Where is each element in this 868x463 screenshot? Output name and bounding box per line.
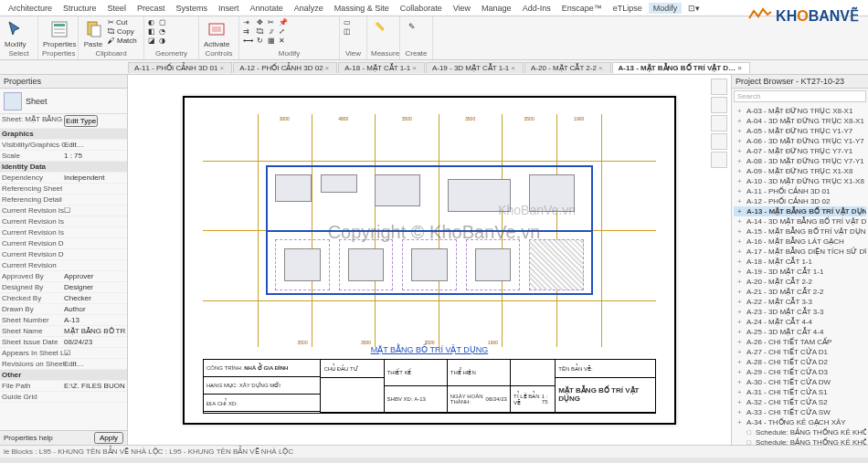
tree-item[interactable]: A-10 - 3D MẶT ĐỨNG TRỤC X1-X8 — [734, 176, 866, 186]
mirror-button[interactable]: ⟷ — [243, 37, 253, 45]
props-help[interactable]: Properties help — [4, 434, 53, 442]
props-row[interactable]: Designed ByDesigner — [0, 282, 127, 293]
tab-extra-icon[interactable]: ⊡▾ — [683, 3, 704, 14]
props-row[interactable]: Revisions on SheetEdit… — [0, 359, 127, 370]
tree-item[interactable]: A-21 - 3D MẶT CẮT 2-2 — [734, 287, 866, 297]
tab-architecture[interactable]: Architecture — [4, 3, 57, 14]
tree-item[interactable]: A-14 - 3D MẶT BẰNG BỐ TRÍ VẬT DỤNG — [734, 216, 866, 226]
delete-button[interactable]: ✕ — [279, 37, 288, 45]
tree-schedule[interactable]: Schedule: BẢNG THỐNG KÊ KHỐI LƯỢNG — [734, 427, 866, 437]
geom-tool-2[interactable]: ◔ — [159, 27, 166, 36]
props-row[interactable]: Visibility/Graphics Overrid…Edit… — [0, 140, 127, 151]
tree-item[interactable]: A-31 - CHI TIẾT CỬA S1 — [734, 387, 866, 397]
trim-button[interactable]: ✂ — [268, 18, 275, 26]
tree-item[interactable]: A-32 - CHI TIẾT CỬA S2 — [734, 397, 866, 407]
close-tab-icon[interactable]: × — [217, 64, 226, 72]
tree-item[interactable]: A-12 - PHỐI CẢNH 3D 02 — [734, 196, 866, 206]
tab-annotate[interactable]: Annotate — [246, 3, 288, 14]
tab-enscape[interactable]: Enscape™ — [557, 3, 607, 14]
tree-item[interactable]: A-06 - 3D MẶT ĐỨNG TRỤC Y1-Y7 — [734, 136, 866, 146]
tree-item[interactable]: A-13 - MẶT BẰNG BỐ TRÍ VẬT DỤNG — [734, 206, 866, 216]
tree-item[interactable]: A-18 - MẶT CẮT 1-1 — [734, 257, 866, 267]
geom-tool-1[interactable]: ▢ — [159, 18, 166, 26]
tab-massing[interactable]: Massing & Site — [330, 3, 394, 14]
tab-view[interactable]: View — [449, 3, 475, 14]
props-row[interactable]: Current Revision Descripti… — [0, 249, 127, 260]
align-button[interactable]: ⇥ — [243, 18, 253, 26]
tree-item[interactable]: A-26 - CHI TIẾT TAM CẤP — [734, 337, 866, 347]
paste-button[interactable]: Paste — [82, 18, 104, 49]
array-button[interactable]: ▦ — [268, 37, 275, 45]
tree-item[interactable]: A-25 - 3D MẶT CẮT 4-4 — [734, 327, 866, 337]
create-button[interactable]: ✎ — [404, 18, 420, 35]
tab-steel[interactable]: Steel — [103, 3, 132, 14]
cut-button[interactable]: ✂Cut — [108, 18, 137, 26]
props-row[interactable]: Current Revision Issued By — [0, 216, 127, 227]
cope-button[interactable]: ◐ — [148, 18, 155, 26]
props-row[interactable]: DependencyIndependent — [0, 173, 127, 184]
tree-item[interactable]: A-19 - 3D MẶT CẮT 1-1 — [734, 267, 866, 277]
tree-item[interactable]: A-24 - MẶT CẮT 4-4 — [734, 317, 866, 327]
view-tab-a12[interactable]: A-12 - PHỐI CẢNH 3D 02× — [233, 62, 337, 73]
tab-structure[interactable]: Structure — [58, 3, 101, 14]
props-row[interactable]: Sheet NameMẶT BẰNG BỐ TRÍ VẬT DỤ… — [0, 326, 127, 337]
nav-home-icon[interactable] — [711, 79, 727, 95]
props-row[interactable]: Appears In Sheet List☑ — [0, 348, 127, 359]
modify-button[interactable]: Modify — [4, 18, 27, 49]
tab-modify[interactable]: Modify — [649, 3, 683, 14]
type-selector[interactable]: Sheet — [0, 89, 127, 114]
edit-type-button[interactable]: Edit Type — [64, 115, 98, 127]
tab-precast[interactable]: Precast — [132, 3, 170, 14]
tree-item[interactable]: A-08 - 3D MẶT ĐỨNG TRỤC Y7-Y1 — [734, 156, 866, 166]
close-tab-icon[interactable]: × — [410, 64, 418, 72]
view-tab-a18[interactable]: A-18 - MẶT CẮT 1-1× — [338, 62, 425, 73]
offset-button[interactable]: ⇉ — [243, 27, 253, 36]
tree-item[interactable]: A-22 - MẶT CẮT 3-3 — [734, 297, 866, 307]
tree-item[interactable]: A-05 - MẶT ĐỨNG TRỤC Y1-Y7 — [734, 126, 866, 136]
tree-item[interactable]: A-03 - MẶT ĐỨNG TRỤC X8-X1 — [734, 106, 866, 116]
tree-item[interactable]: A-27 - CHI TIẾT CỬA D1 — [734, 347, 866, 357]
join-button[interactable]: ◪ — [148, 37, 155, 45]
tree-item[interactable]: A-11 - PHỐI CẢNH 3D 01 — [734, 186, 866, 196]
props-row[interactable]: File PathE:\Z. FILES BUON BAN\NH… — [0, 381, 127, 392]
view-tab-a20[interactable]: A-20 - MẶT CẮT 2-2× — [524, 62, 611, 73]
apply-button[interactable]: Apply — [94, 432, 123, 444]
copy-m-button[interactable]: ⿻ — [257, 27, 264, 36]
props-row[interactable]: Guide Grid — [0, 392, 127, 403]
props-row[interactable]: Referencing Detail — [0, 195, 127, 205]
activate-button[interactable]: Activate — [203, 18, 230, 49]
tree-item[interactable]: A-04 - 3D MẶT ĐỨNG TRỤC X8-X1 — [734, 116, 866, 126]
copy-button[interactable]: ⿻Copy — [108, 27, 137, 36]
props-row[interactable]: Drawn ByAuthor — [0, 304, 127, 315]
tab-manage[interactable]: Manage — [477, 3, 516, 14]
tree-item[interactable]: A-30 - CHI TIẾT CỬA DW — [734, 377, 866, 387]
tree-item[interactable]: A-28 - CHI TIẾT CỬA D2 — [734, 357, 866, 367]
props-row[interactable]: Scale1 : 75 — [0, 151, 127, 162]
props-row[interactable]: Approved ByApprover — [0, 271, 127, 282]
tree-item[interactable]: A-23 - 3D MẶT CẮT 3-3 — [734, 307, 866, 317]
properties-button[interactable]: Properties — [42, 18, 77, 49]
view-tool-2[interactable]: ◫ — [344, 27, 351, 36]
geom-tool-3[interactable]: ◑ — [159, 37, 166, 45]
tab-etlipse[interactable]: eTLipse — [609, 3, 647, 14]
tree-item[interactable]: A-15 - MẶT BẰNG BỐ TRÍ VẬT DỤNG — [734, 226, 866, 237]
cut-geom-button[interactable]: ◧ — [148, 27, 155, 36]
nav-pan-icon[interactable] — [711, 133, 727, 150]
tree-item[interactable]: A-33 - CHI TIẾT CỬA SW — [734, 407, 866, 417]
view-tool-1[interactable]: ▭ — [344, 18, 351, 26]
nav-zoom-icon[interactable] — [711, 152, 727, 168]
measure-button[interactable]: 📏 — [371, 18, 387, 35]
close-tab-icon[interactable]: × — [323, 64, 332, 72]
tab-systems[interactable]: Systems — [172, 3, 213, 14]
tree-item[interactable]: A-29 - CHI TIẾT CỬA D3 — [734, 367, 866, 377]
close-tab-icon[interactable]: × — [736, 64, 744, 72]
props-row[interactable]: Sheet Issue Date08/24/23 — [0, 337, 127, 348]
split-button[interactable]: ⫽ — [268, 27, 275, 36]
tree-item[interactable]: A-16 - MẶT BẰNG LÁT GẠCH — [734, 237, 866, 247]
view-tab-a11[interactable]: A-11 - PHỐI CẢNH 3D 01× — [128, 62, 232, 73]
view-tab-a13[interactable]: A-13 - MẶT BẰNG BỐ TRÍ VẬT D…× — [612, 62, 750, 73]
drawing-canvas[interactable]: 3000 4800 3500 3500 3500 1900 3500 3500 … — [128, 75, 731, 445]
props-row[interactable]: Current Revision Issued☐ — [0, 205, 127, 216]
match-button[interactable]: 🖌Match — [108, 37, 137, 45]
props-row[interactable]: Sheet NumberA-13 — [0, 315, 127, 326]
